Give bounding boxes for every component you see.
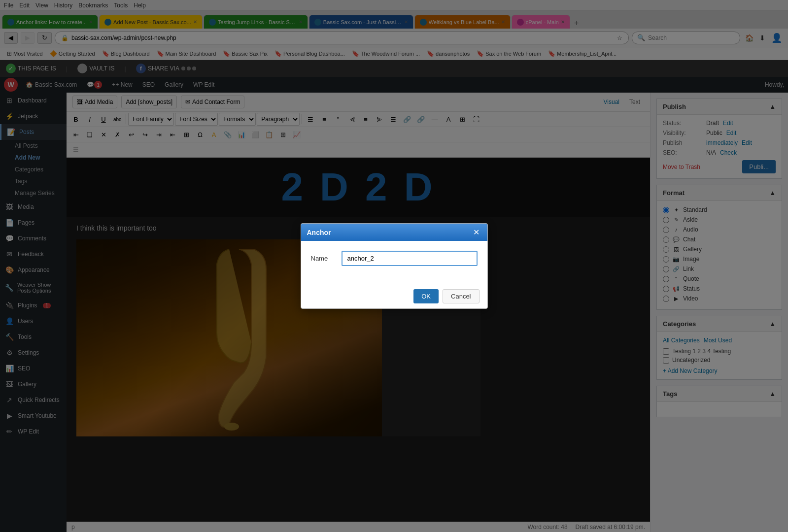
anchor-ok-button[interactable]: OK bbox=[413, 289, 439, 303]
anchor-dialog-title: Anchor bbox=[307, 229, 331, 236]
anchor-dialog-footer: OK Cancel bbox=[301, 284, 487, 308]
anchor-dialog: Anchor ✕ Name OK Cancel bbox=[301, 223, 488, 309]
anchor-cancel-button[interactable]: Cancel bbox=[443, 289, 479, 303]
anchor-name-field: Name bbox=[311, 251, 478, 266]
anchor-name-input[interactable] bbox=[342, 251, 478, 266]
anchor-name-label: Name bbox=[311, 255, 336, 262]
anchor-dialog-close-button[interactable]: ✕ bbox=[471, 228, 481, 237]
anchor-dialog-body: Name bbox=[301, 241, 487, 284]
anchor-dialog-overlay: Anchor ✕ Name OK Cancel bbox=[0, 0, 788, 532]
anchor-dialog-header: Anchor ✕ bbox=[301, 224, 487, 241]
